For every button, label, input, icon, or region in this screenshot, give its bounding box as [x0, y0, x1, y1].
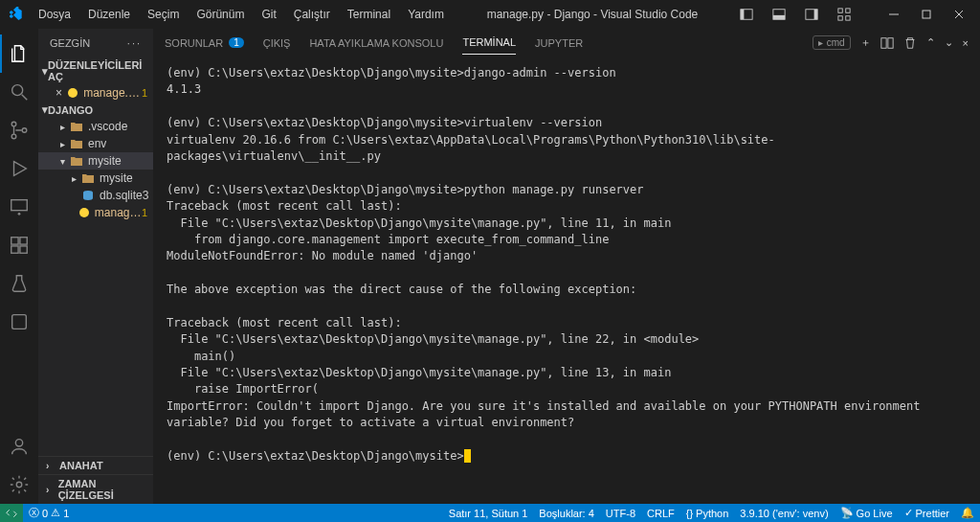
- open-editor-file[interactable]: × manage.py... 1: [38, 84, 153, 102]
- eol[interactable]: CRLF: [641, 508, 680, 519]
- menu-file[interactable]: Dosya: [31, 4, 78, 25]
- svg-point-27: [16, 482, 22, 488]
- terminal-output[interactable]: (env) C:\Users\extaz\Desktop\Django\mysi…: [153, 57, 980, 504]
- tab-label: SORUNLAR: [165, 37, 223, 49]
- minimize-icon[interactable]: [880, 1, 907, 28]
- jupyter-icon[interactable]: [0, 303, 38, 341]
- svg-line-15: [21, 95, 27, 101]
- status-bar: ⓧ0 ⚠1 Satır 11, Sütun 1 Boşluklar: 4 UTF…: [0, 504, 980, 522]
- menu-help[interactable]: Yardım: [400, 4, 452, 25]
- svg-point-26: [15, 440, 22, 446]
- svg-rect-8: [838, 16, 842, 20]
- cmd-icon: ▸: [818, 37, 823, 48]
- panel-tab-jupyter[interactable]: JUPYTER: [535, 31, 583, 55]
- menu-terminal[interactable]: Terminal: [340, 4, 398, 25]
- cursor-position[interactable]: Satır 11, Sütun 1: [443, 508, 534, 519]
- tab-label: HATA AYIKLAMA KONSOLU: [309, 37, 443, 49]
- notifications-icon[interactable]: 🔔: [955, 507, 980, 519]
- menu-selection[interactable]: Seçim: [140, 4, 187, 25]
- svg-rect-23: [19, 246, 26, 253]
- modified-badge: 1: [142, 87, 147, 99]
- menu-run[interactable]: Çalıştır: [286, 4, 338, 25]
- extensions-icon[interactable]: [0, 226, 38, 264]
- close-editor-icon[interactable]: ×: [56, 86, 62, 100]
- folder-item[interactable]: ▸mysite: [38, 170, 153, 187]
- terminal-shell-selector[interactable]: ▸cmd: [813, 35, 851, 50]
- problems-indicator[interactable]: ⓧ0 ⚠1: [23, 506, 75, 520]
- sidebar-title: GEZGİN: [50, 37, 90, 49]
- kill-terminal-icon[interactable]: [903, 36, 917, 50]
- encoding[interactable]: UTF-8: [600, 508, 641, 519]
- file-item[interactable]: manage.py1: [38, 204, 153, 221]
- maximize-panel-icon[interactable]: ⌃: [926, 36, 935, 49]
- shell-name: cmd: [827, 37, 845, 48]
- accounts-icon[interactable]: [0, 427, 38, 465]
- folder-item[interactable]: ▸.vscode: [38, 118, 153, 135]
- toggle-sidebar-icon[interactable]: [733, 1, 760, 28]
- toggle-panel-icon[interactable]: [766, 1, 792, 28]
- sidebar-header: GEZGİN ···: [38, 29, 153, 57]
- source-control-icon[interactable]: [0, 111, 38, 149]
- svg-rect-19: [11, 200, 27, 211]
- svg-point-20: [17, 213, 20, 216]
- svg-point-17: [11, 134, 16, 139]
- outline-section[interactable]: ›ANAHAT: [38, 456, 153, 474]
- svg-rect-9: [846, 16, 850, 20]
- item-label: mysite: [100, 171, 133, 185]
- svg-point-28: [68, 88, 78, 98]
- lang-label: Python: [696, 508, 728, 519]
- customize-layout-icon[interactable]: [831, 1, 858, 28]
- panel-tab-hata ayiklama konsolu[interactable]: HATA AYIKLAMA KONSOLU: [309, 31, 443, 55]
- menu-view[interactable]: Görünüm: [189, 4, 252, 25]
- menu-edit[interactable]: Düzenle: [80, 4, 138, 25]
- folder-item[interactable]: ▸env: [38, 135, 153, 152]
- file-item[interactable]: db.sqlite3: [38, 187, 153, 204]
- panel-tabs: SORUNLAR1ÇIKIŞHATA AYIKLAMA KONSOLUTERMİ…: [153, 29, 980, 57]
- split-terminal-icon[interactable]: [880, 36, 894, 50]
- tab-badge: 1: [229, 37, 244, 48]
- panel-tab-termi̇nal[interactable]: TERMİNAL: [462, 31, 516, 55]
- remote-explorer-icon[interactable]: [0, 188, 38, 226]
- svg-point-18: [22, 128, 27, 133]
- remote-indicator[interactable]: [0, 504, 23, 522]
- svg-rect-24: [19, 238, 26, 244]
- indentation[interactable]: Boşluklar: 4: [533, 508, 599, 519]
- python-interpreter[interactable]: 3.9.10 ('env': venv): [734, 508, 834, 519]
- vscode-icon: [8, 7, 23, 22]
- folder-icon: [69, 138, 84, 149]
- testing-icon[interactable]: [0, 264, 38, 303]
- close-panel-icon[interactable]: ×: [963, 37, 969, 49]
- item-label: manage.py: [95, 206, 142, 219]
- toggle-secondary-sidebar-icon[interactable]: [798, 1, 825, 28]
- timeline-label: ZAMAN ÇİZELGESİ: [58, 478, 145, 501]
- search-icon[interactable]: [0, 73, 38, 111]
- more-icon[interactable]: ···: [127, 37, 142, 49]
- project-section[interactable]: ▾DJANGO: [38, 102, 153, 118]
- explorer-icon[interactable]: [0, 34, 38, 73]
- panel-tab-çikiş[interactable]: ÇIKIŞ: [263, 31, 291, 55]
- svg-rect-6: [838, 9, 842, 12]
- maximize-icon[interactable]: [913, 1, 940, 28]
- svg-rect-25: [11, 315, 26, 329]
- panel-tab-sorunlar[interactable]: SORUNLAR1: [165, 31, 244, 55]
- open-editors-section[interactable]: ▾DÜZENLEYİCİLERİ AÇ: [38, 57, 153, 84]
- close-icon[interactable]: [946, 1, 972, 28]
- new-terminal-icon[interactable]: ＋: [860, 35, 871, 50]
- menu-go[interactable]: Git: [254, 4, 283, 25]
- explorer-sidebar: GEZGİN ··· ▾DÜZENLEYİCİLERİ AÇ × manage.…: [38, 29, 153, 504]
- language-mode[interactable]: {}Python: [680, 508, 735, 519]
- timeline-section[interactable]: ›ZAMAN ÇİZELGESİ: [38, 474, 153, 504]
- prettier-label: Prettier: [916, 508, 949, 519]
- prettier[interactable]: ✓Prettier: [899, 507, 955, 519]
- folder-icon: [69, 155, 84, 167]
- run-debug-icon[interactable]: [0, 149, 38, 188]
- explorer-tree: ▾DÜZENLEYİCİLERİ AÇ × manage.py... 1 ▾DJ…: [38, 57, 153, 456]
- go-live[interactable]: 📡Go Live: [835, 507, 899, 519]
- svg-rect-31: [880, 37, 885, 48]
- svg-rect-3: [773, 15, 785, 19]
- chevron-down-icon[interactable]: ⌄: [945, 36, 953, 49]
- folder-item[interactable]: ▾mysite: [38, 152, 153, 170]
- python-file-icon: [66, 87, 79, 99]
- broadcast-icon: 📡: [840, 507, 854, 519]
- settings-icon[interactable]: [0, 465, 38, 504]
